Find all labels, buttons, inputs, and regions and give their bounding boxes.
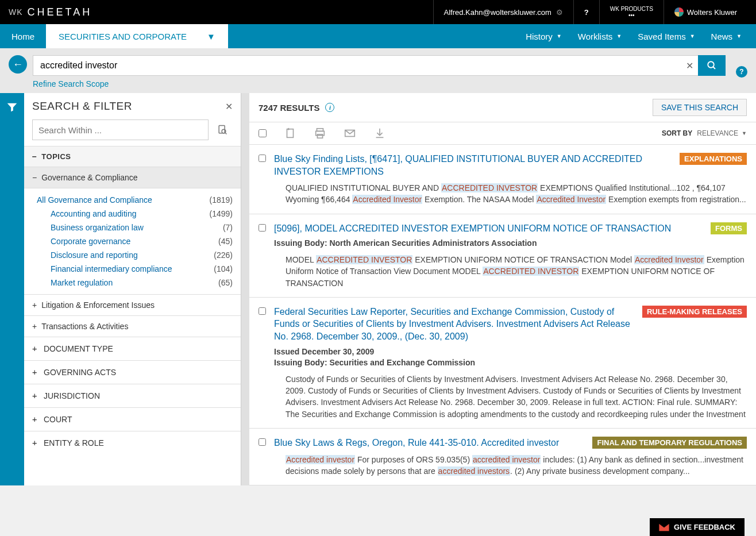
result-checkbox-wrap [259,306,266,420]
nav-tab-securities[interactable]: SECURITIES AND CORPORATE ▼ [46,24,228,48]
navbar: Home SECURITIES AND CORPORATE ▼ History … [0,24,756,48]
svg-point-0 [708,61,714,68]
filter-collapse-handle[interactable] [0,93,24,485]
sort-dropdown[interactable]: RELEVANCE [697,129,747,137]
nav-worklists[interactable]: Worklists [578,32,622,41]
result-badge: EXPLANATIONS [680,153,747,165]
result-meta: Issuing Body: North American Securities … [274,238,747,249]
filter-item-count: (226) [214,250,233,260]
topics-label: TOPICS [41,152,71,161]
select-all-checkbox[interactable] [259,129,267,137]
filter-item-label: Business organization law [51,223,144,232]
nav-saved-items[interactable]: Saved Items [638,32,695,41]
result-title-link[interactable]: [5096], MODEL ACCREDITED INVESTOR EXEMPT… [274,222,704,235]
filter-subsection[interactable]: +Transactions & Activities [24,315,241,337]
nav-left: Home SECURITIES AND CORPORATE ▼ [0,24,228,48]
help-button[interactable]: ? [573,0,599,24]
search-within-input[interactable] [32,119,209,140]
filter-panel: SEARCH & FILTER ✕ − TOPICS − Governance … [0,93,241,485]
filter-subhead-governance[interactable]: − Governance & Compliance [24,167,241,188]
main: SEARCH & FILTER ✕ − TOPICS − Governance … [0,93,756,485]
back-button[interactable]: ← [9,55,27,74]
filter-item[interactable]: Financial intermediary compliance(104) [32,262,233,276]
nav-history[interactable]: History [526,32,562,41]
filter-category[interactable]: +JURISDICTION [24,384,241,407]
filter-category[interactable]: +DOCUMENT TYPE [24,337,241,360]
brand-prefix: WK [9,7,23,17]
nav-news[interactable]: News [711,32,742,41]
search-within-button[interactable] [212,119,233,140]
results-panel: 7247 RESULTS i SAVE THIS SEARCH SORT BY … [249,93,756,485]
filter-category-label: DOCUMENT TYPE [44,344,113,353]
filter-item-count: (1819) [210,195,233,205]
filter-section-topics[interactable]: − TOPICS [24,146,241,167]
svg-line-4 [225,133,227,134]
result-checkbox-wrap [259,222,266,289]
result-title-link[interactable]: Blue Sky Laws & Regs, Oregon, Rule 441-3… [274,437,585,449]
filter-item[interactable]: All Governance and Compliance(1819) [32,193,233,207]
filter-item-count: (7) [223,223,233,232]
search-clear-button[interactable]: ✕ [681,55,698,76]
filter-header: SEARCH & FILTER ✕ [24,93,241,119]
filter-item[interactable]: Market regulation(65) [32,276,233,290]
filter-subsection[interactable]: +Litigation & Enforcement Issues [24,294,241,315]
filter-category-label: GOVERNING ACTS [44,368,116,377]
search-button[interactable] [698,55,726,76]
result-checkbox[interactable] [259,224,266,232]
filter-category[interactable]: +GOVERNING ACTS [24,360,241,384]
result-checkbox[interactable] [259,307,266,315]
sort-by-label: SORT BY [662,129,692,137]
expand-icon: + [32,415,38,424]
results-count-label: 7247 RESULTS [259,103,319,113]
brand-logo[interactable]: WK CHEETAH [9,6,92,18]
add-document-icon[interactable] [284,127,296,140]
email-icon[interactable] [344,127,356,140]
result-meta: Issued December 30, 2009Issuing Body: Se… [274,346,747,369]
filter-item-label: All Governance and Compliance [37,195,152,205]
expand-icon: + [32,344,38,353]
nav-home[interactable]: Home [0,24,46,48]
filter-subsection-label: Transactions & Activities [41,322,128,331]
result-snippet: Accredited investor For purposes of ORS … [286,454,747,477]
search-input[interactable] [33,55,681,76]
result-item: Federal Securities Law Reporter, Securit… [249,298,756,429]
filter-item-count: (104) [214,264,233,273]
filter-item[interactable]: Corporate governance(45) [32,234,233,248]
toolbar-left [259,127,386,140]
result-title-link[interactable]: Blue Sky Finding Lists, [¶6471], QUALIFI… [274,153,673,178]
filter-item-count: (45) [218,237,233,246]
filter-item-label: Financial intermediary compliance [51,264,172,273]
nav-right: History Worklists Saved Items News [526,24,756,48]
filter-item[interactable]: Accounting and auditing(1499) [32,207,233,221]
print-icon[interactable] [314,127,326,140]
user-menu[interactable]: Alfred.Kahn@wolterskluwer.com [433,0,573,24]
refine-search-scope-link[interactable]: Refine Search Scope [33,79,109,88]
search-row: ← ✕ Refine Search Scope ? [0,48,756,93]
expand-icon: + [32,368,38,377]
save-search-button[interactable]: SAVE THIS SEARCH [653,99,747,116]
filter-item-label: Market regulation [51,278,113,287]
result-title-link[interactable]: Federal Securities Law Reporter, Securit… [274,306,635,343]
download-icon[interactable] [373,127,386,140]
filter-category[interactable]: +ENTITY & ROLE [24,431,241,454]
result-checkbox[interactable] [259,155,266,162]
filter-close-button[interactable]: ✕ [225,101,233,112]
result-title-row: [5096], MODEL ACCREDITED INVESTOR EXEMPT… [274,222,747,235]
search-help-button[interactable]: ? [736,66,747,78]
filter-item[interactable]: Disclosure and reporting(226) [32,248,233,262]
filter-category[interactable]: +COURT [24,407,241,431]
wk-products-menu[interactable]: WK PRODUCTS ••• [599,0,664,24]
result-item: Blue Sky Finding Lists, [¶6471], QUALIFI… [249,145,756,214]
result-checkbox[interactable] [259,438,266,446]
result-title-row: Blue Sky Laws & Regs, Oregon, Rule 441-3… [274,437,747,449]
result-body: [5096], MODEL ACCREDITED INVESTOR EXEMPT… [274,222,747,289]
filter-item[interactable]: Business organization law(7) [32,221,233,234]
result-title-row: Blue Sky Finding Lists, [¶6471], QUALIFI… [274,153,747,178]
results-header: 7247 RESULTS i SAVE THIS SEARCH [249,93,756,122]
search-icon [707,60,717,71]
topbar-right: Alfred.Kahn@wolterskluwer.com ? WK PRODU… [433,0,747,24]
search-container: ✕ Refine Search Scope [33,55,726,88]
filter-category-label: JURISDICTION [44,391,100,400]
company-link[interactable]: Wolters Kluwer [664,0,747,24]
info-icon[interactable]: i [325,103,334,112]
